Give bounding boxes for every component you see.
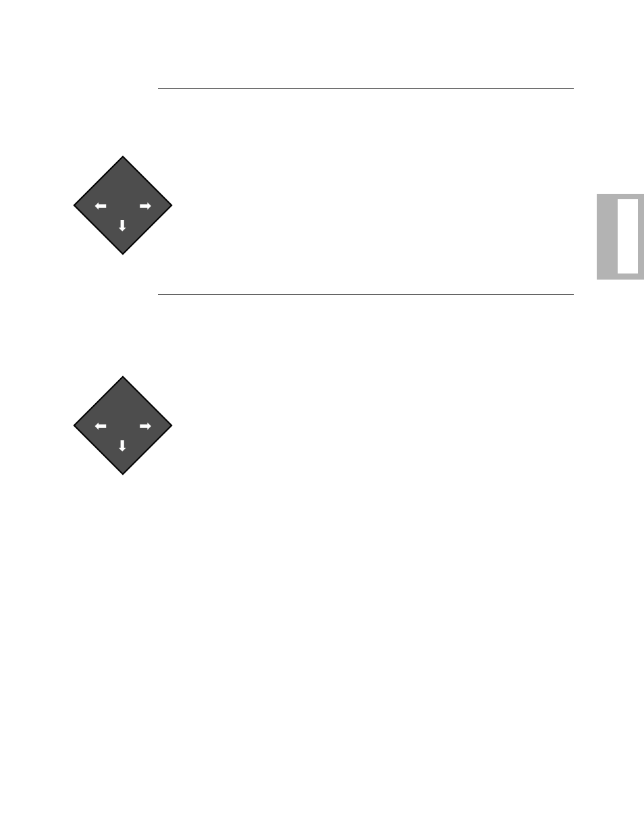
side-tab-inner bbox=[618, 199, 638, 273]
diamond-2-arrows: ⬅ ➡ ⬇ bbox=[89, 392, 157, 459]
arrow-left-icon: ⬅ bbox=[95, 197, 107, 215]
diamond-1-arrows: ⬅ ➡ ⬇ bbox=[89, 172, 157, 239]
arrow-down-icon: ⬇ bbox=[116, 217, 128, 235]
arrow-right-icon: ➡ bbox=[139, 417, 151, 435]
arrow-right-icon: ➡ bbox=[139, 197, 151, 215]
side-tab bbox=[597, 194, 644, 280]
arrow-down-icon: ⬇ bbox=[116, 438, 128, 455]
diamond-icon-1: ⬅ ➡ ⬇ bbox=[73, 155, 172, 255]
horizontal-rule-mid bbox=[158, 294, 574, 295]
horizontal-rule-top bbox=[158, 88, 574, 89]
arrow-left-icon: ⬅ bbox=[95, 417, 107, 435]
diamond-icon-2: ⬅ ➡ ⬇ bbox=[73, 375, 172, 475]
